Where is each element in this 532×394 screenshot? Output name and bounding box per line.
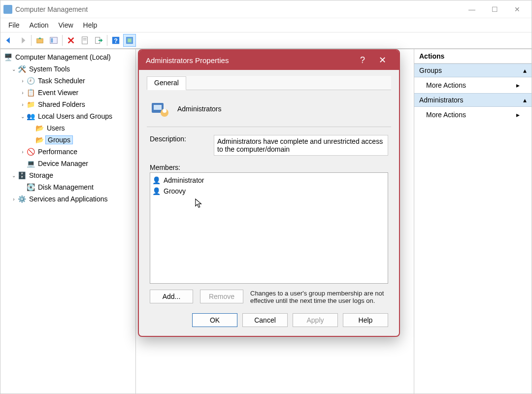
- chevron-right-icon: ▸: [516, 111, 520, 119]
- member-row[interactable]: 👤 Administrator: [152, 175, 386, 186]
- group-icon: [150, 99, 169, 119]
- close-button[interactable]: ✕: [506, 1, 529, 17]
- tree-disk-management[interactable]: 💽Disk Management: [1, 181, 134, 193]
- tree-root[interactable]: 🖥️Computer Management (Local): [1, 51, 134, 63]
- folder-icon: 📂: [35, 135, 44, 144]
- maximize-button[interactable]: ☐: [483, 1, 506, 17]
- export-icon[interactable]: [92, 34, 105, 47]
- menu-file[interactable]: File: [3, 20, 25, 31]
- svg-point-14: [163, 109, 166, 113]
- tree-device-manager[interactable]: 💻Device Manager: [1, 158, 134, 169]
- dialog-title: Administrators Properties: [146, 56, 229, 65]
- services-icon: ⚙️: [17, 195, 26, 203]
- tree-task-scheduler[interactable]: ›🕘Task Scheduler: [1, 75, 134, 87]
- dialog-titlebar: Administrators Properties ? ✕: [139, 50, 399, 70]
- actions-header: Actions: [414, 49, 532, 64]
- tree-users[interactable]: 📂Users: [1, 122, 134, 134]
- forward-icon[interactable]: [16, 34, 29, 47]
- disk-icon: 💽: [26, 183, 35, 192]
- collapse-icon: ▴: [523, 66, 527, 74]
- dialog-close-button[interactable]: ✕: [372, 55, 392, 66]
- properties-icon[interactable]: [78, 34, 91, 47]
- membership-note: Changes to a user's group membership are…: [250, 290, 388, 304]
- tree-storage[interactable]: ⌄🗄️Storage: [1, 169, 134, 181]
- clock-icon: 🕘: [26, 76, 35, 85]
- svg-rect-2: [51, 38, 53, 43]
- help-button[interactable]: Help: [343, 313, 388, 327]
- apply-button[interactable]: Apply: [293, 313, 338, 327]
- add-button[interactable]: Add...: [150, 290, 193, 303]
- properties-dialog: Administrators Properties ? ✕ General Ad…: [138, 49, 400, 337]
- menu-help[interactable]: Help: [78, 20, 102, 31]
- members-list[interactable]: 👤 Administrator 👤 Groovy: [150, 172, 388, 284]
- svg-rect-12: [154, 105, 162, 110]
- actions-more-1[interactable]: More Actions ▸: [414, 77, 532, 93]
- tree-system-tools[interactable]: ⌄🛠️System Tools: [1, 63, 134, 75]
- folder-icon: 📂: [35, 124, 44, 132]
- remove-button[interactable]: Remove: [200, 290, 243, 303]
- minimize-button[interactable]: ―: [461, 1, 483, 17]
- group-name: Administrators: [177, 105, 221, 113]
- tab-general[interactable]: General: [147, 76, 186, 90]
- tree-groups[interactable]: 📂Groups: [1, 134, 134, 146]
- cancel-button[interactable]: Cancel: [242, 313, 288, 327]
- share-icon: 📁: [26, 100, 35, 109]
- actions-group-admins[interactable]: Administrators ▴: [414, 93, 532, 107]
- dialog-help-button[interactable]: ?: [353, 55, 372, 66]
- svg-rect-10: [128, 38, 131, 42]
- up-icon[interactable]: [33, 34, 46, 47]
- users-icon: 👥: [26, 112, 35, 121]
- tree-shared-folders[interactable]: ›📁Shared Folders: [1, 98, 134, 110]
- description-field[interactable]: Administrators have complete and unrestr…: [214, 135, 388, 156]
- nav-tree: 🖥️Computer Management (Local) ⌄🛠️System …: [0, 49, 136, 394]
- members-label: Members:: [150, 164, 388, 171]
- svg-rect-3: [82, 37, 88, 44]
- svg-rect-0: [37, 38, 43, 43]
- description-label: Description:: [150, 135, 204, 143]
- tree-local-users-groups[interactable]: ⌄👥Local Users and Groups: [1, 110, 134, 122]
- app-icon: [3, 5, 12, 14]
- user-icon: 👤: [152, 176, 161, 184]
- toolbar: ?: [0, 32, 532, 49]
- ok-button[interactable]: OK: [192, 313, 237, 327]
- show-hide-tree-icon[interactable]: [47, 34, 60, 47]
- computer-icon: 🖥️: [3, 53, 12, 62]
- chevron-right-icon: ▸: [516, 81, 520, 89]
- tools-icon: 🛠️: [17, 65, 26, 73]
- device-icon: 💻: [26, 159, 35, 168]
- help-icon[interactable]: ?: [109, 34, 122, 47]
- storage-icon: 🗄️: [17, 171, 26, 180]
- tree-performance[interactable]: ›🚫Performance: [1, 146, 134, 158]
- menubar: File Action View Help: [0, 18, 532, 32]
- delete-icon[interactable]: [65, 34, 77, 47]
- svg-text:?: ?: [114, 37, 118, 44]
- tree-event-viewer[interactable]: ›📋Event Viewer: [1, 87, 134, 98]
- perf-icon: 🚫: [26, 147, 35, 156]
- tab-strip: General: [147, 76, 391, 90]
- actions-group-groups[interactable]: Groups ▴: [414, 64, 532, 77]
- tree-services-apps[interactable]: ›⚙️Services and Applications: [1, 193, 134, 205]
- window-title: Computer Management: [15, 5, 88, 13]
- menu-action[interactable]: Action: [25, 20, 54, 31]
- collapse-icon: ▴: [523, 96, 527, 104]
- event-icon: 📋: [26, 88, 35, 97]
- actions-pane: Actions Groups ▴ More Actions ▸ Administ…: [414, 49, 532, 394]
- back-icon[interactable]: [2, 34, 15, 47]
- user-icon: 👤: [152, 187, 161, 195]
- titlebar: Computer Management ― ☐ ✕: [0, 0, 532, 18]
- member-row[interactable]: 👤 Groovy: [152, 186, 386, 197]
- actions-more-2[interactable]: More Actions ▸: [414, 107, 532, 123]
- menu-view[interactable]: View: [53, 20, 78, 31]
- refresh-icon[interactable]: [123, 34, 136, 47]
